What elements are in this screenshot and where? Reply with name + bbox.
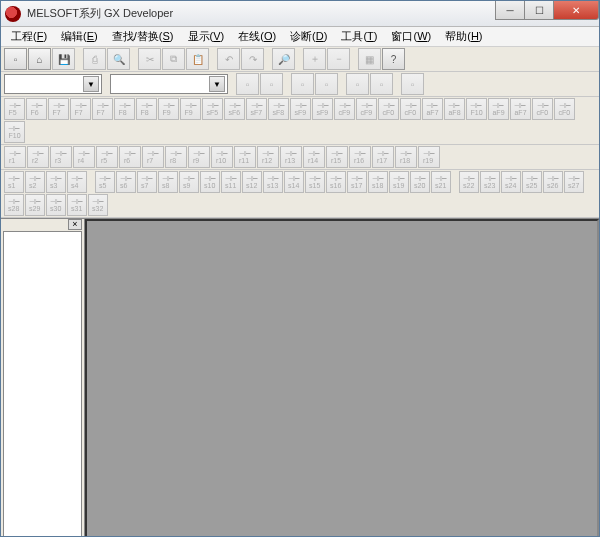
menu-t[interactable]: 工具(T)	[335, 27, 383, 46]
ladder-s29-icon: ⊣⊢ s29	[29, 198, 41, 212]
ladder-s5-icon: ⊣⊢ s5	[99, 175, 111, 189]
project-tree[interactable]	[3, 231, 82, 537]
ladder-F9-icon: ⊣⊢ F9	[185, 102, 197, 116]
menu-d[interactable]: 诊断(D)	[284, 27, 333, 46]
ladder-F9: ⊣⊢ F9	[158, 98, 179, 120]
ladder-r16: ⊣⊢ r16	[349, 146, 371, 168]
ladder-s24: ⊣⊢ s24	[501, 171, 521, 193]
ladder-s26-icon: ⊣⊢ s26	[547, 175, 559, 189]
ladder-r14-icon: ⊣⊢ r14	[308, 150, 320, 164]
open-button[interactable]: ⌂	[28, 48, 51, 70]
ladder-r7-icon: ⊣⊢ r7	[147, 150, 159, 164]
ladder-aF7: ⊣⊢ aF7	[510, 98, 531, 120]
ladder-r11-icon: ⊣⊢ r11	[239, 150, 251, 164]
ladder-r16-icon: ⊣⊢ r16	[354, 150, 366, 164]
ladder-F8-icon: ⊣⊢ F8	[141, 102, 153, 116]
ladder-r3: ⊣⊢ r3	[50, 146, 72, 168]
ladder-s1: ⊣⊢ s1	[4, 171, 24, 193]
menu-f[interactable]: 工程(F)	[5, 27, 53, 46]
ladder-s6-icon: ⊣⊢ s6	[120, 175, 132, 189]
chevron-down-icon: ▼	[209, 76, 225, 92]
new-button[interactable]: ▫	[4, 48, 27, 70]
undo-icon: ↶	[225, 54, 233, 65]
window-title: MELSOFT系列 GX Developer	[27, 6, 173, 21]
ladder-s8-icon: ⊣⊢ s8	[162, 175, 174, 189]
copy-button: ⧉	[162, 48, 185, 70]
combo-label[interactable]: ▼	[110, 74, 228, 94]
ladder-s2: ⊣⊢ s2	[25, 171, 45, 193]
menu-v[interactable]: 显示(V)	[182, 27, 231, 46]
ladder-aF7: ⊣⊢ aF7	[422, 98, 443, 120]
ladder-F9-icon: ⊣⊢ F9	[163, 102, 175, 116]
toolbar-ladder-3: ⊣⊢ s1⊣⊢ s2⊣⊢ s3⊣⊢ s4⊣⊢ s5⊣⊢ s6⊣⊢ s7⊣⊢ s8…	[1, 170, 599, 218]
ladder-s7: ⊣⊢ s7	[137, 171, 157, 193]
redo-button: ↷	[241, 48, 264, 70]
ladder-r5-icon: ⊣⊢ r5	[101, 150, 113, 164]
b7-button: ▫	[401, 73, 424, 95]
ladder-s21: ⊣⊢ s21	[431, 171, 451, 193]
menu-e[interactable]: 编辑(E)	[55, 27, 104, 46]
ladder-sF6: ⊣⊢ sF6	[224, 98, 245, 120]
ladder-s15-icon: ⊣⊢ s15	[309, 175, 321, 189]
ladder-s6: ⊣⊢ s6	[116, 171, 136, 193]
ladder-r19-icon: ⊣⊢ r19	[423, 150, 435, 164]
main-area: × 工程	[1, 218, 599, 537]
help-button[interactable]: ?	[382, 48, 405, 70]
close-button[interactable]: ✕	[553, 1, 599, 20]
ladder-r13-icon: ⊣⊢ r13	[285, 150, 297, 164]
ladder-r10: ⊣⊢ r10	[211, 146, 233, 168]
ladder-s3-icon: ⊣⊢ s3	[50, 175, 62, 189]
ladder-r3-icon: ⊣⊢ r3	[55, 150, 67, 164]
maximize-button[interactable]: ☐	[524, 1, 554, 20]
b5-button: ▫	[346, 73, 369, 95]
ladder-s25: ⊣⊢ s25	[522, 171, 542, 193]
b7-icon: ▫	[411, 79, 415, 90]
ladder-r8-icon: ⊣⊢ r8	[170, 150, 182, 164]
workspace[interactable]	[85, 219, 599, 537]
ladder-sF7-icon: ⊣⊢ sF7	[251, 102, 263, 116]
ladder-s12: ⊣⊢ s12	[242, 171, 262, 193]
sidebar-close-button[interactable]: ×	[68, 219, 82, 230]
ladder-s20-icon: ⊣⊢ s20	[414, 175, 426, 189]
toolbar-ladder-2: ⊣⊢ r1⊣⊢ r2⊣⊢ r3⊣⊢ r4⊣⊢ r5⊣⊢ r6⊣⊢ r7⊣⊢ r8…	[1, 145, 599, 170]
ladder-r4: ⊣⊢ r4	[73, 146, 95, 168]
preview-button: 🔍	[107, 48, 130, 70]
ladder-sF9: ⊣⊢ sF9	[312, 98, 333, 120]
b3-icon: ▫	[301, 79, 305, 90]
menu-h[interactable]: 帮助(H)	[439, 27, 488, 46]
ladder-F7-icon: ⊣⊢ F7	[97, 102, 109, 116]
ladder-s18: ⊣⊢ s18	[368, 171, 388, 193]
menu-w[interactable]: 窗口(W)	[385, 27, 437, 46]
ladder-aF8: ⊣⊢ aF8	[444, 98, 465, 120]
copy-icon: ⧉	[170, 53, 177, 65]
ladder-cF0-icon: ⊣⊢ cF0	[559, 102, 571, 116]
ladder-s20: ⊣⊢ s20	[410, 171, 430, 193]
ladder-cF0: ⊣⊢ cF0	[554, 98, 575, 120]
ladder-sF6-icon: ⊣⊢ sF6	[229, 102, 241, 116]
ladder-s9-icon: ⊣⊢ s9	[183, 175, 195, 189]
ladder-cF0: ⊣⊢ cF0	[378, 98, 399, 120]
zoom-in-button: ＋	[303, 48, 326, 70]
ladder-sF8-icon: ⊣⊢ sF8	[273, 102, 285, 116]
ladder-F6-icon: ⊣⊢ F6	[31, 102, 43, 116]
ladder-s13: ⊣⊢ s13	[263, 171, 283, 193]
menu-s[interactable]: 查找/替换(S)	[106, 27, 180, 46]
ladder-F7-icon: ⊣⊢ F7	[53, 102, 65, 116]
ladder-F5: ⊣⊢ F5	[4, 98, 25, 120]
ladder-r4-icon: ⊣⊢ r4	[78, 150, 90, 164]
ladder-sF5-icon: ⊣⊢ sF5	[207, 102, 219, 116]
ladder-r17-icon: ⊣⊢ r17	[377, 150, 389, 164]
b5-icon: ▫	[356, 79, 360, 90]
menu-o[interactable]: 在线(O)	[232, 27, 282, 46]
ladder-s15: ⊣⊢ s15	[305, 171, 325, 193]
ladder-s27-icon: ⊣⊢ s27	[568, 175, 580, 189]
ladder-s22-icon: ⊣⊢ s22	[463, 175, 475, 189]
ladder-F9: ⊣⊢ F9	[180, 98, 201, 120]
ladder-s8: ⊣⊢ s8	[158, 171, 178, 193]
minimize-button[interactable]: ─	[495, 1, 525, 20]
ladder-s28-icon: ⊣⊢ s28	[8, 198, 20, 212]
app-icon	[5, 6, 21, 22]
combo-device[interactable]: ▼	[4, 74, 102, 94]
ladder-cF0-icon: ⊣⊢ cF0	[405, 102, 417, 116]
ladder-s30: ⊣⊢ s30	[46, 194, 66, 216]
